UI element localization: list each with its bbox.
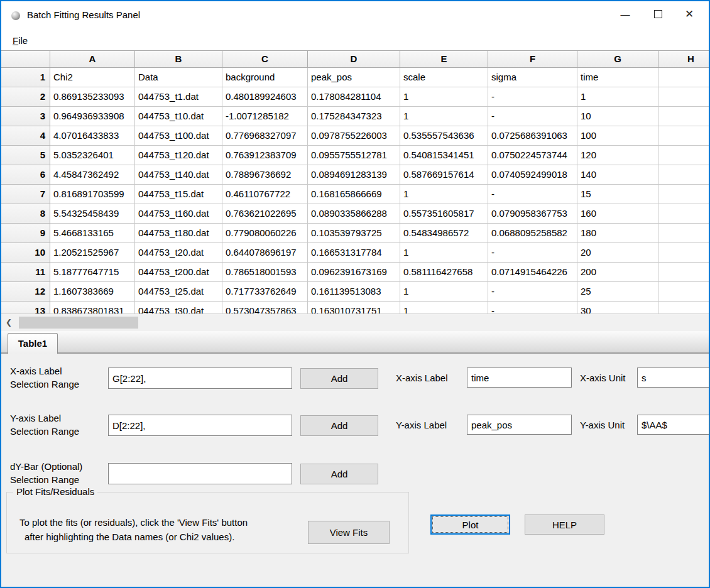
y-range-input[interactable]: [108, 415, 292, 436]
table-cell[interactable]: [658, 185, 709, 204]
table-cell[interactable]: 0.0740592499018: [488, 165, 577, 185]
help-button[interactable]: HELP: [525, 514, 604, 535]
row-header[interactable]: 2: [1, 87, 50, 107]
dy-range-input[interactable]: [108, 463, 292, 484]
table-cell[interactable]: 0.0894691283139: [308, 165, 400, 185]
table-cell[interactable]: 0.0725686391063: [488, 126, 577, 146]
table-cell[interactable]: [658, 146, 709, 165]
table-cell[interactable]: 1: [400, 302, 488, 313]
row-header[interactable]: 13: [1, 302, 50, 313]
table-cell[interactable]: -: [488, 87, 577, 107]
table-cell[interactable]: 1: [400, 107, 488, 126]
table-cell[interactable]: 0.175284347323: [308, 107, 400, 126]
scroll-left-icon[interactable]: ❮: [1, 314, 16, 330]
table-cell[interactable]: 15: [577, 185, 658, 204]
table-cell[interactable]: -: [488, 282, 577, 302]
row-header[interactable]: 11: [1, 263, 50, 282]
table-cell[interactable]: 30: [577, 302, 658, 313]
table-cell[interactable]: 0.0978755226003: [308, 126, 400, 146]
table-cell[interactable]: 0.535557543636: [400, 126, 488, 146]
close-button[interactable]: ✕: [675, 1, 704, 26]
table-cell[interactable]: 044753_t160.dat: [135, 204, 222, 224]
table-cell[interactable]: 0.0890335866288: [308, 204, 400, 224]
table-cell[interactable]: 5.4668133165: [50, 224, 135, 243]
column-header-b[interactable]: B: [135, 51, 222, 68]
table-cell[interactable]: 4.45847362492: [50, 165, 135, 185]
table-cell[interactable]: 0.178084281104: [308, 87, 400, 107]
table-cell[interactable]: 0.46110767722: [222, 185, 308, 204]
grid-horizontal-scrollbar[interactable]: ❮: [1, 313, 709, 330]
table-cell[interactable]: -: [488, 107, 577, 126]
table-cell[interactable]: 0.540815341451: [400, 146, 488, 165]
table-cell[interactable]: 180: [577, 224, 658, 243]
table-cell[interactable]: [658, 107, 709, 126]
table-cell[interactable]: 044753_t200.dat: [135, 263, 222, 282]
table-cell[interactable]: 1: [400, 87, 488, 107]
table-cell[interactable]: 0.763912383709: [222, 146, 308, 165]
x-range-input[interactable]: [108, 368, 292, 389]
table-cell[interactable]: [658, 204, 709, 224]
table-cell[interactable]: 1.1607383669: [50, 282, 135, 302]
table-cell[interactable]: 4.07016433833: [50, 126, 135, 146]
table-cell[interactable]: 044753_t120.dat: [135, 146, 222, 165]
table-cell[interactable]: 1: [577, 87, 658, 107]
minimize-button[interactable]: —: [611, 1, 640, 26]
table-cell[interactable]: 10: [577, 107, 658, 126]
column-header-d[interactable]: D: [308, 51, 400, 68]
table-cell[interactable]: 140: [577, 165, 658, 185]
table-cell[interactable]: 0.964936933908: [50, 107, 135, 126]
table-cell[interactable]: 0.786518001593: [222, 263, 308, 282]
table-cell[interactable]: 0.587669157614: [400, 165, 488, 185]
column-header-c[interactable]: C: [222, 51, 308, 68]
table-cell[interactable]: 044753_t10.dat: [135, 107, 222, 126]
column-header-e[interactable]: E: [400, 51, 488, 68]
app-icon[interactable]: [11, 11, 20, 20]
table-cell[interactable]: 1: [400, 243, 488, 263]
row-header[interactable]: 1: [1, 68, 50, 87]
table-cell[interactable]: -: [488, 302, 577, 313]
table-cell[interactable]: 0.763621022695: [222, 204, 308, 224]
table-cell[interactable]: 200: [577, 263, 658, 282]
table-cell[interactable]: 0.779080060226: [222, 224, 308, 243]
plot-button[interactable]: Plot: [430, 514, 510, 535]
table-cell[interactable]: 5.0352326401: [50, 146, 135, 165]
table-cell[interactable]: [658, 224, 709, 243]
table-cell[interactable]: 0.644078696197: [222, 243, 308, 263]
row-header[interactable]: 7: [1, 185, 50, 204]
table-cell[interactable]: 0.0688095258582: [488, 224, 577, 243]
row-header[interactable]: 4: [1, 126, 50, 146]
table-cell[interactable]: 5.54325458439: [50, 204, 135, 224]
table-cell[interactable]: 0.480189924603: [222, 87, 308, 107]
table-cell[interactable]: -: [488, 243, 577, 263]
y-axis-label-input[interactable]: [467, 415, 572, 435]
tab-table1[interactable]: Table1: [8, 333, 58, 354]
column-header-g[interactable]: G: [577, 51, 658, 68]
table-cell[interactable]: 0.0790958367753: [488, 204, 577, 224]
row-header[interactable]: 9: [1, 224, 50, 243]
grid-scrollbar-thumb[interactable]: [19, 317, 138, 329]
table-cell[interactable]: 044753_t140.dat: [135, 165, 222, 185]
table-cell[interactable]: -1.0071285182: [222, 107, 308, 126]
table-cell[interactable]: -: [488, 185, 577, 204]
x-axis-label-input[interactable]: [467, 368, 572, 388]
table-cell[interactable]: 0.0955755512781: [308, 146, 400, 165]
x-range-add-button[interactable]: Add: [300, 368, 378, 389]
table-cell[interactable]: 1: [400, 282, 488, 302]
table-cell[interactable]: 044753_t100.dat: [135, 126, 222, 146]
table-cell[interactable]: [658, 87, 709, 107]
row-header[interactable]: 3: [1, 107, 50, 126]
table-cell[interactable]: 0.0714915464226: [488, 263, 577, 282]
table-cell[interactable]: [658, 68, 709, 87]
table-cell[interactable]: 0.581116427658: [400, 263, 488, 282]
table-cell[interactable]: [658, 282, 709, 302]
table-cell[interactable]: Data: [135, 68, 222, 87]
table-cell[interactable]: scale: [400, 68, 488, 87]
table-cell[interactable]: 0.163010731751: [308, 302, 400, 313]
table-cell[interactable]: 1: [400, 185, 488, 204]
table-cell[interactable]: 1.20521525967: [50, 243, 135, 263]
table-cell[interactable]: 0.869135233093: [50, 87, 135, 107]
table-cell[interactable]: [658, 263, 709, 282]
column-header-f[interactable]: F: [488, 51, 577, 68]
view-fits-button[interactable]: View Fits: [308, 521, 390, 544]
row-header[interactable]: 12: [1, 282, 50, 302]
